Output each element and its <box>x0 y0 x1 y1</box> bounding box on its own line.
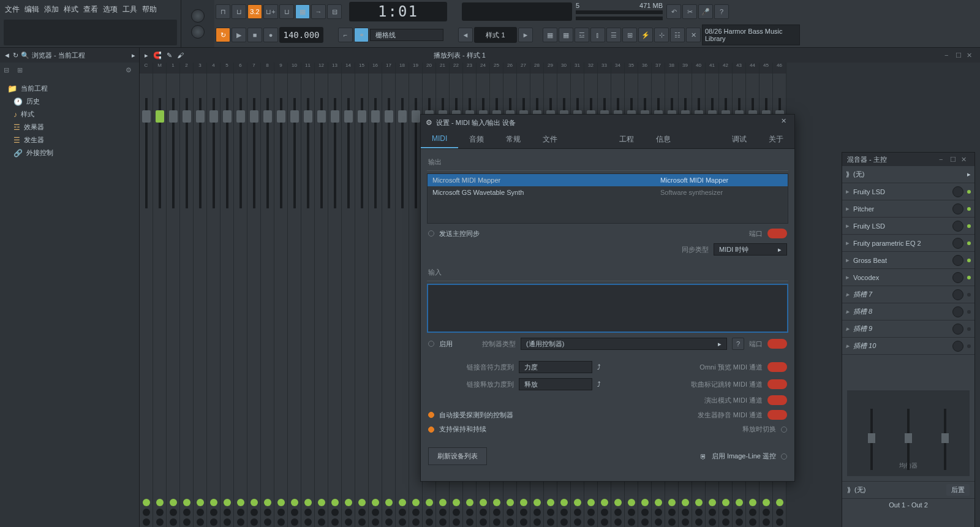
menu-view[interactable]: 查看 <box>83 4 98 15</box>
tree-generators[interactable]: ☰ 发生器 <box>2 134 137 146</box>
sync-type-select[interactable]: MIDI 时钟▸ <box>714 243 787 256</box>
mixer-track-5[interactable]: 4 <box>207 63 221 527</box>
enable-radio[interactable] <box>428 341 434 347</box>
mixer-track-19[interactable]: 18 <box>396 63 409 527</box>
mixer-track-7[interactable]: 6 <box>234 63 247 527</box>
magnet-icon[interactable]: 🧲 <box>153 51 162 59</box>
help-btn[interactable]: ? <box>714 4 729 19</box>
toggle-release-radio[interactable] <box>781 427 787 433</box>
mixer-track-1[interactable]: M <box>153 63 167 527</box>
browser-btn[interactable]: ☰ <box>606 28 621 42</box>
tree-remote[interactable]: 🔗 外接控制 <box>2 146 137 159</box>
step-btn[interactable]: ⊟ <box>327 4 342 19</box>
mixer-track-8[interactable]: 7 <box>247 63 261 527</box>
mixer-max-icon[interactable]: ☐ <box>950 156 959 163</box>
input-device-list[interactable] <box>427 284 788 333</box>
tb8[interactable]: ⊹ <box>654 28 669 42</box>
pattern-display[interactable]: 样式 1 <box>474 27 517 43</box>
link-velocity-select[interactable]: 力度 <box>519 361 592 373</box>
tb6[interactable]: ⊞ <box>622 28 637 42</box>
fx-slot-3[interactable]: ▸Fruity parametric EQ 2 <box>842 235 974 252</box>
tree-effects[interactable]: ☲ 效果器 <box>2 121 137 134</box>
mixer-track-18[interactable]: 17 <box>382 63 396 527</box>
fx-slot-4[interactable]: ▸Gross Beat <box>842 252 974 269</box>
mixer-track-12[interactable]: 11 <box>301 63 315 527</box>
mixer-track-11[interactable]: 10 <box>288 63 301 527</box>
channel-rack-btn[interactable]: ☲ <box>575 28 589 42</box>
tree-patterns[interactable]: ♪ 样式 <box>2 108 137 121</box>
mixer-track-15[interactable]: 14 <box>342 63 355 527</box>
mixer-min-icon[interactable]: − <box>939 156 948 163</box>
fx-slot-0[interactable]: ▸Fruity LSD <box>842 183 974 200</box>
save-btn[interactable]: ✂ <box>682 4 697 19</box>
menu-help[interactable]: 帮助 <box>142 4 157 15</box>
mixer-close-icon[interactable]: ✕ <box>961 156 970 163</box>
snap-select[interactable]: 栅格线 <box>370 29 443 41</box>
next-pattern-btn[interactable]: ► <box>518 28 533 42</box>
mixer-track-4[interactable]: 3 <box>194 63 207 527</box>
tab-about[interactable]: 关于 <box>758 131 794 148</box>
metronome-btn[interactable]: 3.2 <box>247 4 262 19</box>
link-btn[interactable]: ⚭ <box>354 28 369 42</box>
output-device-0[interactable]: Microsoft MIDI MapperMicrosoft MIDI Mapp… <box>428 174 788 186</box>
eq-low[interactable] <box>870 409 873 470</box>
eq-mid[interactable] <box>907 409 910 470</box>
snap-btn[interactable]: ⌐ <box>338 28 353 42</box>
menu-add[interactable]: 添加 <box>44 4 59 15</box>
fx-empty-slot-0[interactable]: ▸插槽 7 <box>842 286 974 303</box>
send-sync-radio[interactable] <box>428 230 434 237</box>
render-btn[interactable]: 🎤 <box>698 4 713 19</box>
play-btn[interactable]: ▶ <box>232 28 246 42</box>
mixer-btn[interactable]: ⫿ <box>590 28 605 42</box>
tempo-display[interactable]: 140.000 <box>279 27 323 43</box>
rec-btn[interactable]: ● <box>263 28 278 42</box>
menu-edit[interactable]: 编辑 <box>24 4 39 15</box>
minimize-icon[interactable]: − <box>944 51 953 59</box>
blend-btn[interactable]: ▦ <box>295 4 310 19</box>
maximize-icon[interactable]: ☐ <box>956 51 964 59</box>
auto-accept-radio[interactable] <box>428 412 434 418</box>
tab-info[interactable]: 信息 <box>645 131 682 148</box>
curve2-icon[interactable]: ⤴ <box>597 381 601 388</box>
fx-empty-slot-3[interactable]: ▸插槽 10 <box>842 338 974 355</box>
curve-icon[interactable]: ⤴ <box>597 363 601 371</box>
remote-radio[interactable] <box>781 453 787 460</box>
mixer-track-17[interactable]: 16 <box>369 63 382 527</box>
controller-type-select[interactable]: (通用控制器)▸ <box>521 338 727 350</box>
fx-slot-2[interactable]: ▸Fruity LSD <box>842 218 974 235</box>
brush-icon[interactable]: 🖌 <box>177 51 184 59</box>
mixer-track-10[interactable]: 9 <box>274 63 288 527</box>
fx-output-slot[interactable]: ⟫(无) 后置 <box>842 481 974 498</box>
mixer-panel-title-bar[interactable]: 混音器 - 主控 − ☐ ✕ <box>842 153 974 166</box>
wait-btn[interactable]: ⊔+ <box>263 4 278 19</box>
fx-empty-slot-1[interactable]: ▸插槽 8 <box>842 303 974 320</box>
eq-high[interactable] <box>944 409 946 470</box>
output-routing[interactable]: Out 1 - Out 2 <box>842 498 974 511</box>
close-all-btn[interactable]: ✕ <box>686 28 701 42</box>
mixer-track-0[interactable]: C <box>140 63 153 527</box>
menu-file[interactable]: 文件 <box>5 4 20 15</box>
menu-tools[interactable]: 工具 <box>123 4 137 15</box>
tab-project[interactable]: 工程 <box>608 131 645 148</box>
countdown-btn[interactable]: ⊔ <box>279 4 294 19</box>
back-icon[interactable]: ◄ <box>4 51 10 59</box>
master-pitch-knob[interactable] <box>191 25 205 39</box>
tab-debug[interactable]: 调试 <box>721 131 758 148</box>
link-release-select[interactable]: 释放 <box>519 378 592 390</box>
search-icon[interactable]: 🔍 <box>21 51 29 59</box>
refresh-devices-btn[interactable]: 刷新设备列表 <box>428 447 487 465</box>
port-value[interactable] <box>767 229 787 238</box>
tab-midi[interactable]: MIDI <box>421 131 458 148</box>
piano-roll-btn[interactable]: ▦ <box>559 28 573 42</box>
mixer-track-6[interactable]: 5 <box>221 63 234 527</box>
tb9[interactable]: ☷ <box>670 28 685 42</box>
pencil-icon[interactable]: ✎ <box>167 51 172 59</box>
tree-history[interactable]: 🕐 历史 <box>2 95 137 108</box>
close-icon[interactable]: ✕ <box>967 51 975 59</box>
performance-port[interactable] <box>767 395 787 405</box>
pattern-mode-btn[interactable]: ⊓ <box>216 4 230 19</box>
marker-port[interactable] <box>767 379 787 389</box>
fx-slot-1[interactable]: ▸Pitcher <box>842 200 974 218</box>
output-device-1[interactable]: Microsoft GS Wavetable SynthSoftware syn… <box>428 186 788 199</box>
master-volume-knob[interactable] <box>191 9 205 23</box>
